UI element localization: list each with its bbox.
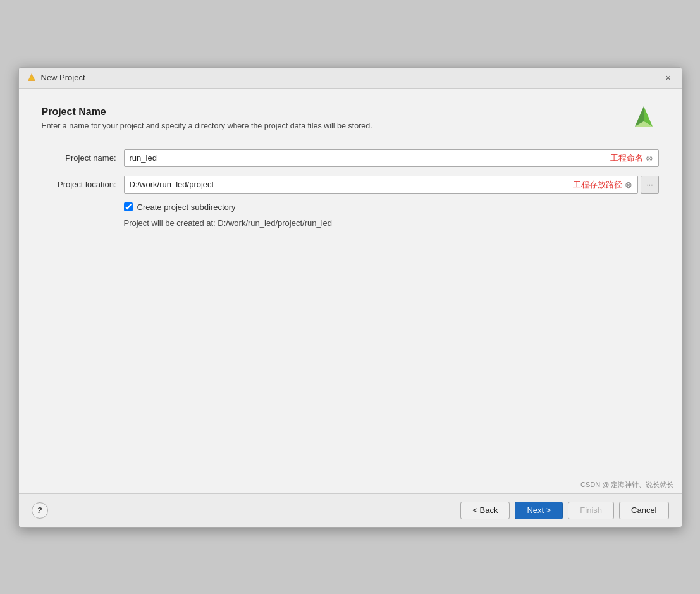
browse-button[interactable]: ···	[641, 176, 658, 194]
create-subdir-row: Create project subdirectory	[124, 202, 659, 212]
project-location-input[interactable]	[127, 176, 566, 193]
bottom-bar: ? < Back Next > Finish Cancel	[19, 493, 682, 527]
project-location-label: Project location:	[42, 180, 124, 189]
bottom-left: ?	[32, 502, 48, 519]
cancel-button[interactable]: Cancel	[619, 502, 668, 519]
project-name-annotation: 工程命名	[610, 152, 643, 164]
project-location-row: Project location: 工程存放路径 ⊗ ···	[42, 176, 659, 194]
dialog-content: Project Name Enter a name for your proje…	[19, 89, 682, 493]
app-icon	[27, 73, 37, 83]
next-button[interactable]: Next >	[515, 502, 563, 519]
help-button[interactable]: ?	[32, 502, 48, 519]
project-name-row: Project name: 工程命名 ⊗	[42, 149, 659, 167]
new-project-dialog: New Project × Project Name Enter a name …	[18, 67, 682, 528]
close-button[interactable]: ×	[663, 72, 674, 84]
create-subdir-label[interactable]: Create project subdirectory	[137, 202, 236, 212]
project-name-label: Project name:	[42, 153, 124, 163]
project-location-input-wrapper[interactable]: 工程存放路径 ⊗	[124, 176, 639, 194]
project-name-clear-icon[interactable]: ⊗	[643, 153, 656, 163]
section-desc: Enter a name for your project and specif…	[42, 121, 484, 130]
project-path-value: D:/work/run_led/project/run_led	[218, 218, 332, 228]
project-name-input[interactable]	[127, 150, 603, 166]
back-button[interactable]: < Back	[460, 502, 510, 519]
section-title: Project Name	[42, 106, 659, 118]
create-subdir-checkbox[interactable]	[124, 202, 133, 211]
watermark: CSDN @ 定海神针、说长就长	[580, 480, 673, 490]
project-location-clear-icon[interactable]: ⊗	[622, 180, 635, 190]
project-path-prefix: Project will be created at:	[124, 218, 218, 228]
title-bar: New Project ×	[19, 68, 682, 89]
form-area: Project name: 工程命名 ⊗ Project location: 工…	[42, 149, 659, 228]
main-area	[42, 228, 659, 481]
dialog-title: New Project	[41, 73, 85, 82]
project-path-info: Project will be created at: D:/work/run_…	[124, 218, 659, 228]
logo-icon	[629, 102, 659, 133]
finish-button[interactable]: Finish	[568, 502, 614, 519]
logo-svg	[630, 104, 658, 132]
title-bar-left: New Project	[27, 73, 85, 83]
project-name-input-wrapper[interactable]: 工程命名 ⊗	[124, 149, 659, 167]
bottom-right: < Back Next > Finish Cancel	[460, 502, 668, 519]
project-location-annotation: 工程存放路径	[573, 179, 622, 190]
